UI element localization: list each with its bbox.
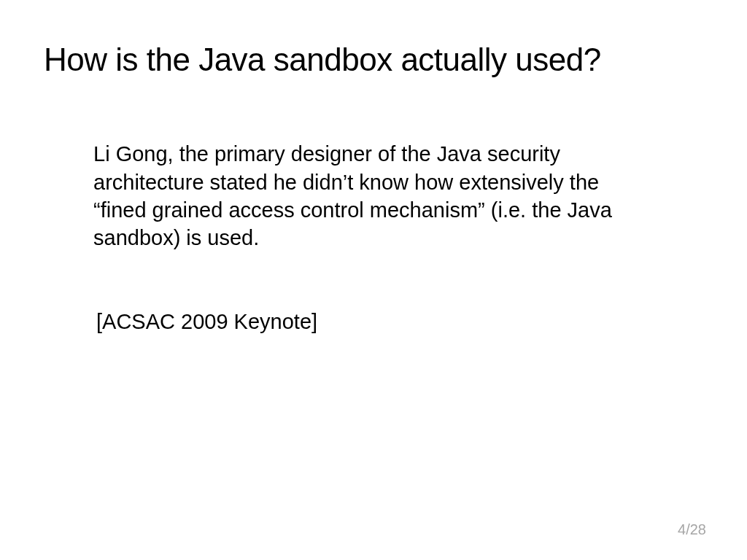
slide-body-text: Li Gong, the primary designer of the Jav…	[93, 140, 645, 252]
slide-citation: [ACSAC 2009 Keynote]	[96, 310, 703, 334]
slide-title: How is the Java sandbox actually used?	[44, 42, 703, 77]
page-number: 4/28	[678, 521, 706, 538]
slide-container: How is the Java sandbox actually used? L…	[0, 0, 747, 560]
